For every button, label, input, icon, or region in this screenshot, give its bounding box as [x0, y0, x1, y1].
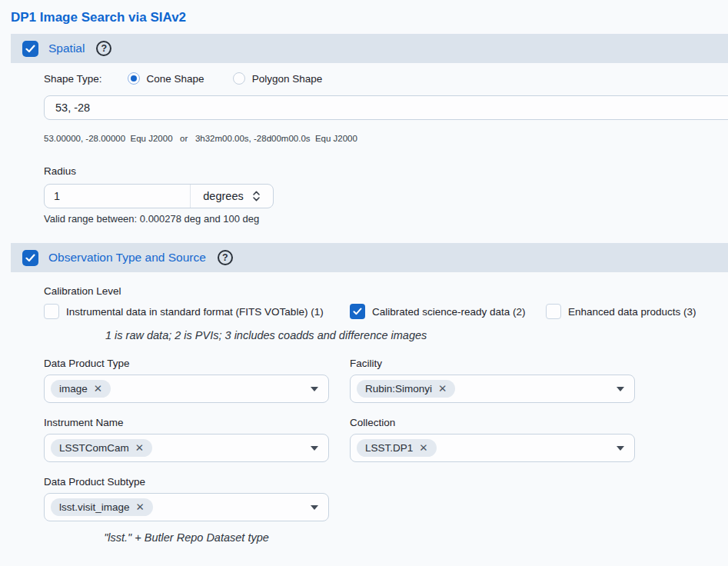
radius-unit-select[interactable]: degrees	[191, 185, 273, 208]
calibration-checkbox-row: Instrumental data in standard format (FI…	[44, 304, 728, 319]
field-collection: Collection LSST.DP1 ✕	[350, 417, 635, 462]
checkbox-calibrated-data-label: Calibrated science-ready data (2)	[372, 306, 526, 318]
chip-remove-icon[interactable]: ✕	[438, 384, 447, 395]
data-product-subtype-label: Data Product Subtype	[44, 476, 329, 488]
spatial-section-header: Spatial ?	[11, 34, 728, 63]
check-icon	[25, 45, 35, 53]
radio-cone-shape[interactable]: Cone Shape	[128, 72, 204, 85]
chevron-down-icon	[617, 446, 624, 451]
chip-lsst-dp1: LSST.DP1 ✕	[357, 439, 437, 457]
stepper-chevrons-icon	[252, 189, 261, 203]
observation-section-label[interactable]: Observation Type and Source	[48, 251, 206, 265]
checkbox-enhanced-products-label: Enhanced data products (3)	[568, 306, 696, 318]
facility-combobox[interactable]: Rubin:Simonyi ✕	[350, 375, 635, 403]
radio-cone-shape-label: Cone Shape	[147, 73, 204, 85]
check-icon	[25, 254, 35, 262]
radius-input[interactable]	[45, 185, 191, 208]
chip-rubin-simonyi: Rubin:Simonyi ✕	[357, 380, 455, 398]
chevron-down-icon	[311, 505, 318, 510]
calibration-note: 1 is raw data; 2 is PVIs; 3 includes coa…	[105, 329, 728, 341]
calibration-level-label: Calibration Level	[44, 285, 728, 297]
spatial-help-icon[interactable]: ?	[96, 41, 111, 56]
page-title: DP1 Image Search via SIAv2	[11, 10, 728, 25]
radio-polygon-shape[interactable]: Polygon Shape	[233, 72, 323, 85]
chip-lsst-visit-image: lsst.visit_image ✕	[51, 498, 153, 516]
chip-remove-icon[interactable]: ✕	[419, 443, 427, 454]
facility-label: Facility	[350, 358, 635, 369]
empty-grid-cell	[350, 476, 635, 558]
chip-lsstcomcam: LSSTComCam ✕	[51, 439, 152, 457]
field-facility: Facility Rubin:Simonyi ✕	[350, 358, 635, 403]
radio-unselected-icon	[233, 72, 245, 85]
checkbox-calibrated-data[interactable]: Calibrated science-ready data (2)	[350, 304, 546, 319]
radius-unit-value: degrees	[203, 190, 243, 202]
chevron-down-icon	[617, 387, 624, 391]
subtype-note: "lsst." + Butler Repo Dataset type	[44, 531, 329, 544]
chip-rubin-simonyi-label: Rubin:Simonyi	[365, 383, 432, 395]
observation-section-header: Observation Type and Source ?	[11, 243, 728, 272]
field-data-product-type: Data Product Type image ✕	[44, 358, 329, 403]
chip-lsst-visit-image-label: lsst.visit_image	[59, 501, 130, 513]
instrument-name-combobox[interactable]: LSSTComCam ✕	[44, 434, 329, 462]
position-coordinate-hint: 53.00000, -28.00000 Equ J2000 or 3h32m00…	[44, 134, 728, 143]
collection-combobox[interactable]: LSST.DP1 ✕	[350, 434, 635, 462]
chip-lsst-dp1-label: LSST.DP1	[365, 442, 413, 454]
spatial-section-content: Shape Type: Cone Shape Polygon Shape 53.…	[0, 72, 728, 225]
position-input[interactable]	[44, 95, 728, 120]
checkbox-unchecked-icon	[44, 304, 59, 319]
shape-type-row: Shape Type: Cone Shape Polygon Shape	[44, 72, 728, 85]
checkbox-instrumental-data[interactable]: Instrumental data in standard format (FI…	[44, 304, 350, 319]
check-icon	[353, 308, 362, 315]
instrument-name-label: Instrument Name	[44, 417, 329, 428]
radius-input-group: degrees	[44, 184, 274, 208]
data-product-subtype-combobox[interactable]: lsst.visit_image ✕	[44, 493, 329, 521]
chevron-down-icon	[311, 387, 318, 391]
radius-valid-range-hint: Valid range between: 0.000278 deg and 10…	[44, 213, 728, 225]
data-product-type-combobox[interactable]: image ✕	[44, 375, 329, 403]
radio-polygon-shape-label: Polygon Shape	[252, 73, 323, 85]
observation-section-content: Calibration Level Instrumental data in s…	[0, 285, 728, 558]
chip-image-label: image	[59, 383, 88, 395]
checkbox-enhanced-products[interactable]: Enhanced data products (3)	[546, 304, 696, 319]
collection-label: Collection	[350, 417, 635, 428]
observation-section-checkbox[interactable]	[22, 250, 38, 266]
observation-fields-grid: Data Product Type image ✕ Facility Rubin…	[44, 358, 728, 558]
data-product-type-label: Data Product Type	[44, 358, 329, 369]
chip-remove-icon[interactable]: ✕	[136, 502, 145, 513]
field-instrument-name: Instrument Name LSSTComCam ✕	[44, 417, 329, 462]
chip-image: image ✕	[51, 380, 111, 398]
chip-remove-icon[interactable]: ✕	[135, 443, 144, 454]
checkbox-unchecked-icon	[546, 304, 561, 319]
checkbox-checked-icon	[350, 304, 365, 319]
spatial-section-checkbox[interactable]	[22, 41, 38, 57]
chevron-down-icon	[311, 446, 318, 451]
chip-remove-icon[interactable]: ✕	[94, 384, 102, 395]
chip-lsstcomcam-label: LSSTComCam	[59, 442, 129, 454]
shape-type-label: Shape Type:	[44, 73, 102, 85]
radio-selected-icon	[128, 72, 140, 85]
checkbox-instrumental-data-label: Instrumental data in standard format (FI…	[66, 306, 324, 318]
observation-help-icon[interactable]: ?	[218, 250, 233, 265]
radius-label: Radius	[44, 165, 728, 177]
spatial-section-label[interactable]: Spatial	[48, 42, 85, 55]
field-data-product-subtype: Data Product Subtype lsst.visit_image ✕ …	[44, 476, 329, 544]
